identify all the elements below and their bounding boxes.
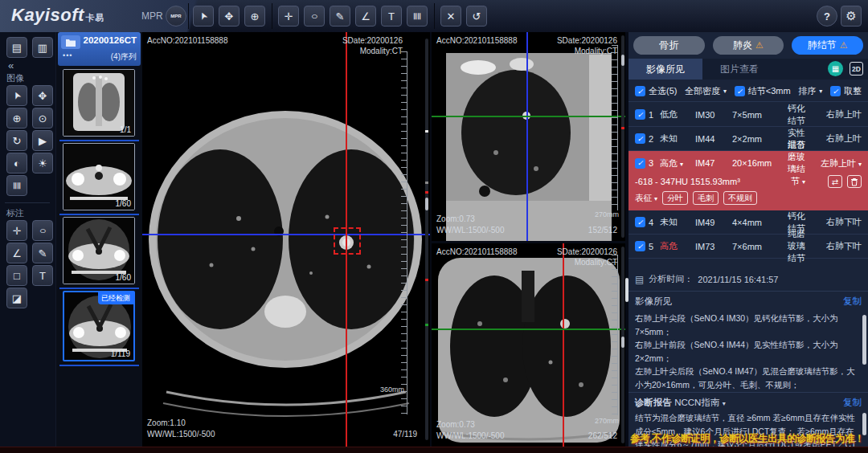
contrast-tool-button[interactable]: ◐ — [6, 153, 27, 173]
ruler-annot-button[interactable]: ✎ — [32, 243, 53, 263]
2d-mode-icon[interactable]: 2D — [850, 62, 863, 76]
tab-image-view[interactable]: 图片查看 — [702, 59, 776, 80]
feature-tag[interactable]: 分叶 — [662, 191, 688, 205]
magnify-tool-button[interactable]: ⊙ — [32, 108, 53, 129]
delete-icon: ✕ — [447, 10, 456, 22]
more-dots-icon[interactable]: ••• — [63, 51, 72, 59]
thumbnail-series-4-selected[interactable]: 已经检测 1/119 — [63, 291, 135, 361]
text-annot-button[interactable]: T — [32, 265, 53, 286]
copy-findings-button[interactable]: 复制 — [843, 296, 862, 308]
nodule-row-4[interactable]: ✓ 4 未知 IM49 4×4mm 钙化结节 右肺下叶 — [628, 210, 868, 235]
feature-dropdown[interactable]: 表征 ▾ — [635, 193, 657, 204]
zoom-tool-button[interactable]: ⊕ — [244, 6, 265, 27]
brightness-tool-button[interactable]: ☀ — [32, 153, 53, 173]
nodule-bounding-box[interactable] — [334, 227, 361, 255]
reset-view-button[interactable]: ↺ — [466, 6, 487, 27]
nodule-checkbox[interactable]: ✓ — [635, 217, 645, 227]
select-all-checkbox[interactable]: ✓全选(5) — [635, 85, 677, 97]
nodule-row-main[interactable]: ✓ 3 高危 ▾ IM47 20×16mm 混合磨玻璃结节 ▾ 左肺上叶 ▾ — [628, 151, 868, 172]
axial-scale-label: 360mm — [380, 386, 404, 394]
cursor-tool-button[interactable]: ➤ — [6, 85, 27, 106]
chevron-down-icon: ▾ — [858, 161, 862, 168]
rotate-tool-button[interactable]: ↻ — [6, 130, 27, 151]
coronal-crosshair-horizontal[interactable] — [432, 329, 625, 330]
eraser-annot-button[interactable]: ◪ — [6, 288, 27, 308]
small-nodule-checkbox[interactable]: ✓结节<3mm — [735, 85, 791, 97]
copy-report-button[interactable]: 复制 — [843, 397, 862, 409]
axial-scrollbar[interactable] — [425, 39, 428, 440]
panel-tabs: 影像所见 图片查看 ▦ 2D — [628, 59, 868, 80]
sagittal-crosshair-horizontal[interactable] — [432, 116, 625, 117]
series-list-button[interactable]: ▤ — [6, 37, 27, 58]
angle-annot-button[interactable]: ∠ — [6, 243, 27, 263]
rect-annot-button[interactable]: □ — [6, 265, 27, 286]
feature-tag[interactable]: 不规则 — [723, 191, 757, 205]
help-button[interactable]: ? — [817, 6, 837, 27]
nodule-checkbox[interactable]: ✓ — [635, 133, 645, 144]
nodule-list-scrollbar[interactable] — [625, 278, 628, 302]
coronal-viewport[interactable]: AccNO:202101158888 SDate:20200126 Modali… — [432, 243, 625, 447]
toolbar-separator — [272, 3, 272, 29]
sagittal-viewport[interactable]: AccNO:202101158888 SDate:20200126 Modali… — [432, 32, 625, 241]
compare-button[interactable]: ⇄ — [828, 175, 842, 188]
ruler-tool-button[interactable]: ✎ — [330, 6, 350, 27]
findings-scrollbar[interactable] — [862, 315, 866, 365]
pan-tool-button[interactable]: ✥ — [32, 85, 53, 106]
thumbnail-series-3[interactable]: 1/60 — [63, 217, 135, 284]
tab-imaging-findings[interactable]: 影像所见 — [628, 59, 702, 80]
nodule-checkbox[interactable]: ✓ — [635, 158, 645, 169]
thumbnail-separator — [59, 365, 139, 366]
round-checkbox[interactable]: ✓取整 — [830, 85, 862, 97]
study-name: 20200126CT — [84, 35, 137, 45]
mpr-icon[interactable]: MPR — [166, 6, 186, 27]
film-report-icon[interactable]: ▦ — [828, 61, 843, 76]
report-layout-button[interactable]: ▥ — [32, 37, 53, 58]
nodule-row-3-selected[interactable]: ✓ 3 高危 ▾ IM47 20×16mm 混合磨玻璃结节 ▾ 左肺上叶 ▾ -… — [628, 151, 868, 210]
text-icon: T — [39, 270, 46, 282]
feature-tag[interactable]: 毛刺 — [693, 191, 719, 205]
module-lung-nodule-button[interactable]: 肺结节⚠ — [792, 36, 863, 55]
coronal-crosshair-vertical[interactable] — [563, 243, 564, 447]
coronal-scroll-thumb[interactable] — [621, 337, 624, 348]
levels-tool-button[interactable]: ≣ — [407, 6, 428, 27]
thumbnail-scout[interactable]: 1/1 — [63, 69, 135, 137]
pan-tool-button[interactable]: ✥ — [219, 6, 240, 27]
axial-crosshair-horizontal[interactable] — [142, 234, 430, 235]
ellipse-annot-button[interactable]: ○ — [32, 220, 53, 241]
ellipse-tool-button[interactable]: ○ — [304, 6, 325, 27]
axial-viewport[interactable]: AccNO:202101158888 SDate:20200126 Modali… — [142, 32, 430, 447]
top-toolbar: Kayisoft卡易 MPR MPR ➤ ✥ ⊕ ✛ ○ ✎ ∠ T ≣ ✕ ↺… — [0, 0, 868, 32]
cursor-tool-button[interactable]: ➤ — [193, 6, 214, 27]
module-fracture-button[interactable]: 骨折 — [633, 36, 705, 55]
angle-tool-button[interactable]: ∠ — [355, 6, 376, 27]
levels-tool-button[interactable]: ≣ — [6, 175, 27, 196]
delete-annotation-button[interactable]: ✕ — [440, 6, 461, 27]
sort-dropdown[interactable]: 排序▾ — [798, 85, 822, 97]
zoom-in-tool-button[interactable]: ⊕ — [6, 108, 27, 129]
settings-button[interactable]: ⚙ — [841, 6, 862, 27]
nodule-row-2[interactable]: ✓ 2 未知 IM44 2×2mm 实性结节 右肺上叶 — [628, 127, 868, 151]
nodule-checkbox[interactable]: ✓ — [635, 109, 645, 120]
sagittal-crosshair-vertical[interactable] — [526, 32, 528, 241]
delete-nodule-button[interactable] — [847, 175, 862, 188]
thumbnail-series-2[interactable]: 1/60 — [63, 143, 135, 210]
nodule-row-1[interactable]: ✓ 1 低危 IM30 7×5mm 钙化结节 右肺上叶 — [628, 103, 868, 127]
crosshair-annot-button[interactable]: ✛ — [6, 220, 27, 241]
guideline-dropdown[interactable]: NCCN指南 ▾ — [674, 398, 725, 407]
study-header[interactable]: 20200126CT ••• (4)序列 — [58, 32, 141, 66]
nodule-row-5[interactable]: ✓ 5 高危 IM73 7×6mm 纯磨玻璃结节 右肺下叶 — [628, 235, 868, 259]
nodule-location-dropdown[interactable]: 左肺上叶 ▾ — [805, 157, 862, 169]
text-tool-button[interactable]: T — [381, 6, 402, 27]
density-dropdown[interactable]: 全部密度▾ — [685, 85, 727, 97]
crosshair-tool-button[interactable]: ✛ — [278, 6, 299, 27]
module-pneumonia-button[interactable]: 肺炎⚠ — [713, 36, 784, 55]
sagittal-scroll-thumb[interactable] — [621, 55, 624, 66]
nodule-checkbox[interactable]: ✓ — [635, 241, 645, 251]
nodule-type-dropdown[interactable]: 混合磨玻璃结节 ▾ — [782, 139, 805, 187]
collapse-rail-button[interactable]: « — [8, 59, 14, 71]
crosshair-icon: ✛ — [13, 225, 22, 237]
nodule-risk-dropdown[interactable]: 高危 ▾ — [660, 157, 695, 169]
axial-scroll-thumb[interactable] — [425, 198, 428, 210]
flip-tool-button[interactable]: ▶ — [32, 130, 53, 151]
nodule-location: 右肺上叶 — [805, 108, 862, 120]
